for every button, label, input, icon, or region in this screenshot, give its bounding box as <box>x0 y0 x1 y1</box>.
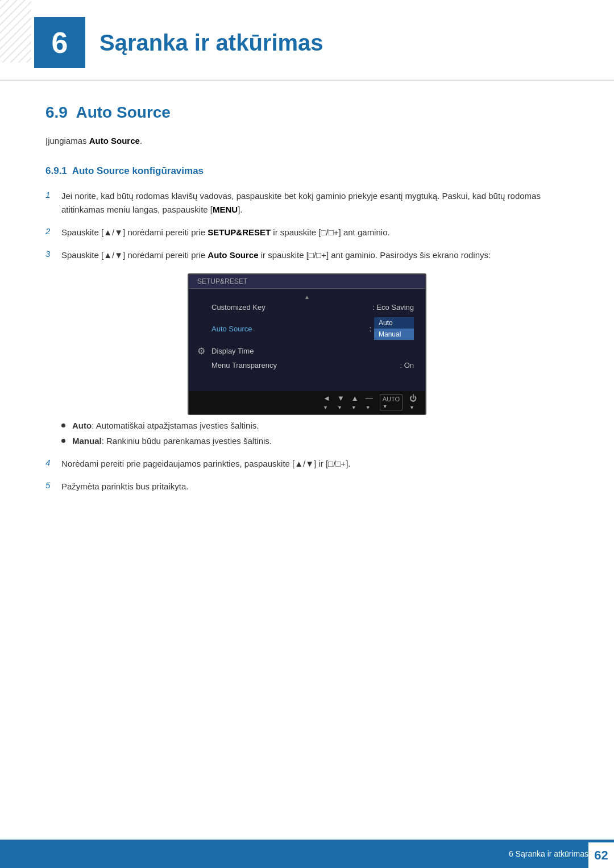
step-text-4: Norėdami pereiti prie pageidaujamos pari… <box>61 457 569 471</box>
menu-item-display-time: ⚙ Display Time <box>189 344 425 358</box>
bullet-dot-auto <box>61 423 65 427</box>
steps-list: 1 Jei norite, kad būtų rodomas klavišų v… <box>45 189 569 262</box>
bullet-list: Auto: Automatiškai atpažįstamas įvesties… <box>61 421 569 446</box>
dropdown-manual: Manual <box>374 329 414 340</box>
step-5: 5 Pažymėta parinktis bus pritaikyta. <box>45 480 569 493</box>
main-content: 6.9 Auto Source Įjungiamas Auto Source. … <box>0 103 614 550</box>
screen-title-bar: SETUP&RESET <box>189 275 425 289</box>
screen-menu-area: ▲ Customized Key : Eco Saving Auto Sourc… <box>189 289 425 391</box>
screen-btn-down: ▼▼ <box>337 394 345 411</box>
footer-page-number: 62 <box>588 842 614 868</box>
screen-btn-up: ▲▼ <box>351 394 359 411</box>
screen-scroll-up: ▲ <box>189 292 425 300</box>
bullet-text-manual: Manual: Rankiniu būdu parenkamas įvestie… <box>72 436 272 446</box>
chapter-badge: 6 <box>34 17 85 68</box>
section-title: 6.9 Auto Source <box>45 103 569 122</box>
screen-btn-power: ⏻▼ <box>409 394 417 411</box>
svg-rect-1 <box>0 0 31 63</box>
bullet-dot-manual <box>61 439 65 443</box>
step-2: 2 Spauskite [▲/▼] norėdami pereiti prie … <box>45 226 569 239</box>
step-text-3: Spauskite [▲/▼] norėdami pereiti prie Au… <box>61 248 569 262</box>
step-text-2: Spauskite [▲/▼] norėdami pereiti prie SE… <box>61 226 569 239</box>
menu-item-menu-transparency: Menu Transparency : On <box>189 358 425 372</box>
steps-list-2: 4 Norėdami pereiti prie pageidaujamos pa… <box>45 457 569 493</box>
menu-item-auto-source: Auto Source : Auto Manual <box>189 314 425 343</box>
chapter-title: Sąranka ir atkūrimas <box>99 30 323 56</box>
dropdown-auto: Auto <box>374 317 414 329</box>
step-4: 4 Norėdami pereiti prie pageidaujamos pa… <box>45 457 569 471</box>
bullet-text-auto: Auto: Automatiškai atpažįstamas įvesties… <box>72 421 259 430</box>
step-text-5: Pažymėta parinktis bus pritaikyta. <box>61 480 569 493</box>
screen-btn-left: ◄▼ <box>323 394 330 411</box>
step-3: 3 Spauskite [▲/▼] norėdami pereiti prie … <box>45 248 569 262</box>
screen-bottom-bar: ◄▼ ▼▼ ▲▼ —▼ AUTO▼ ⏻▼ <box>189 391 425 414</box>
intro-paragraph: Įjungiamas Auto Source. <box>45 136 569 146</box>
corner-decoration <box>0 0 31 63</box>
bullet-auto: Auto: Automatiškai atpažįstamas įvesties… <box>61 421 569 430</box>
step-text-1: Jei norite, kad būtų rodomas klavišų vad… <box>61 189 569 217</box>
page-header: 6 Sąranka ir atkūrimas <box>0 0 614 81</box>
step-number-5: 5 <box>45 480 61 490</box>
screen-btn-auto: AUTO▼ <box>380 394 403 410</box>
footer-chapter-text: 6 Sąranka ir atkūrimas <box>509 849 588 858</box>
screen-btn-enter: —▼ <box>366 394 373 411</box>
step-number-3: 3 <box>45 248 61 259</box>
step-number-4: 4 <box>45 457 61 467</box>
step-number-2: 2 <box>45 226 61 236</box>
bullet-manual: Manual: Rankiniu būdu parenkamas įvestie… <box>61 436 569 446</box>
step-1: 1 Jei norite, kad būtų rodomas klavišų v… <box>45 189 569 217</box>
gear-icon: ⚙ <box>197 346 205 356</box>
menu-item-customized-key: Customized Key : Eco Saving <box>189 300 425 314</box>
monitor-screenshot: SETUP&RESET ▲ Customized Key : Eco Savin… <box>188 273 426 415</box>
step-number-1: 1 <box>45 189 61 200</box>
subsection-title: 6.9.1 Auto Source konfigūravimas <box>45 165 569 177</box>
page-footer: 6 Sąranka ir atkūrimas 62 <box>0 840 614 868</box>
